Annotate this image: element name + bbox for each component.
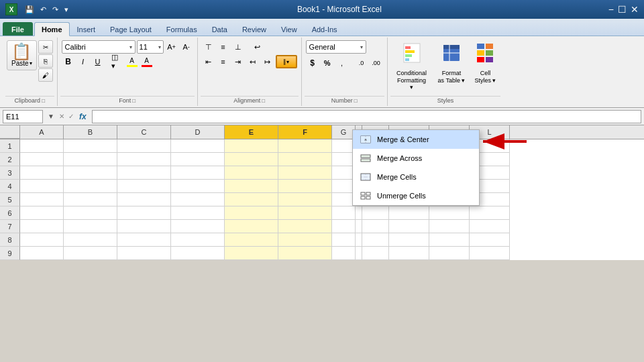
cell-l7[interactable]: [470, 220, 510, 233]
cell-a2[interactable]: [20, 153, 64, 166]
col-header-b[interactable]: B: [64, 125, 117, 139]
cell-e5[interactable]: [225, 193, 278, 206]
cell-c2[interactable]: [117, 153, 171, 166]
cell-f2[interactable]: [278, 153, 332, 166]
cell-d6[interactable]: [171, 206, 225, 220]
percent-button[interactable]: %: [321, 56, 334, 70]
cell-c8[interactable]: [117, 233, 171, 247]
cell-b6[interactable]: [64, 206, 117, 220]
comma-button[interactable]: ,: [335, 56, 349, 70]
cell-g8[interactable]: [332, 233, 356, 247]
cell-d2[interactable]: [171, 153, 225, 166]
merge-cells-item[interactable]: Merge Cells: [353, 168, 479, 186]
align-bottom-button[interactable]: ⊥: [231, 40, 245, 54]
row-header-4[interactable]: 4: [0, 180, 20, 193]
cancel-formula-icon[interactable]: ✕: [58, 113, 66, 120]
tab-formulas[interactable]: Formulas: [159, 22, 205, 36]
cell-i8[interactable]: [362, 233, 389, 247]
cell-e4[interactable]: [225, 180, 278, 193]
undo-qa-button[interactable]: ↶: [38, 5, 48, 15]
cell-a1[interactable]: [20, 139, 64, 153]
cell-d5[interactable]: [171, 193, 225, 206]
cell-g7[interactable]: [332, 220, 356, 233]
paste-dropdown-arrow[interactable]: ▾: [30, 60, 32, 66]
cell-b5[interactable]: [64, 193, 117, 206]
row-header-9[interactable]: 9: [0, 247, 20, 260]
cell-b8[interactable]: [64, 233, 117, 247]
cell-h8[interactable]: [356, 233, 362, 247]
align-right-button[interactable]: ⇥: [231, 55, 245, 68]
clipboard-expand[interactable]: □: [42, 98, 45, 104]
row-header-2[interactable]: 2: [0, 153, 20, 166]
cell-a6[interactable]: [20, 206, 64, 220]
cut-button[interactable]: ✂: [38, 40, 53, 54]
paste-button[interactable]: 📋 Paste ▾: [7, 40, 37, 70]
confirm-formula-icon[interactable]: ✓: [67, 113, 75, 120]
row-header-8[interactable]: 8: [0, 233, 20, 247]
decrease-font-button[interactable]: A-: [180, 40, 193, 54]
close-button[interactable]: ✕: [631, 4, 639, 15]
name-box[interactable]: E11: [3, 110, 43, 123]
increase-indent-button[interactable]: ↦: [261, 55, 274, 68]
font-name-dropdown[interactable]: Calibri ▾: [62, 40, 136, 54]
cell-h6[interactable]: [356, 206, 362, 220]
cell-e2[interactable]: [225, 153, 278, 166]
cell-d7[interactable]: [171, 220, 225, 233]
merge-dropdown-arrow[interactable]: ▾: [286, 59, 289, 65]
tab-add-ins[interactable]: Add-Ins: [305, 22, 345, 36]
minimize-button[interactable]: −: [608, 4, 614, 15]
cell-h9[interactable]: [356, 247, 362, 260]
cell-l9[interactable]: [470, 247, 510, 260]
cell-f3[interactable]: [278, 166, 332, 180]
cell-i6[interactable]: [362, 206, 389, 220]
col-header-a[interactable]: A: [20, 125, 64, 139]
cell-c6[interactable]: [117, 206, 171, 220]
conditional-formatting-button[interactable]: ConditionalFormatting ▾: [392, 40, 432, 93]
cell-f9[interactable]: [278, 247, 332, 260]
cell-i7[interactable]: [362, 220, 389, 233]
cell-a7[interactable]: [20, 220, 64, 233]
italic-button[interactable]: I: [76, 55, 90, 68]
tab-view[interactable]: View: [274, 22, 305, 36]
cell-f7[interactable]: [278, 220, 332, 233]
cell-a5[interactable]: [20, 193, 64, 206]
tab-insert[interactable]: Insert: [70, 22, 103, 36]
cell-a4[interactable]: [20, 180, 64, 193]
row-header-1[interactable]: 1: [0, 139, 20, 153]
accounting-button[interactable]: $: [306, 56, 319, 70]
tab-data[interactable]: Data: [205, 22, 235, 36]
row-header-3[interactable]: 3: [0, 166, 20, 180]
cell-i9[interactable]: [362, 247, 389, 260]
formula-input[interactable]: [92, 110, 641, 123]
cell-c1[interactable]: [117, 139, 171, 153]
cell-b4[interactable]: [64, 180, 117, 193]
cell-f4[interactable]: [278, 180, 332, 193]
row-header-7[interactable]: 7: [0, 220, 20, 233]
cell-f1[interactable]: [278, 139, 332, 153]
tab-home[interactable]: Home: [34, 22, 70, 36]
cell-b3[interactable]: [64, 166, 117, 180]
tab-file[interactable]: File: [3, 22, 33, 36]
alignment-expand[interactable]: □: [262, 98, 265, 104]
cell-b9[interactable]: [64, 247, 117, 260]
number-expand[interactable]: □: [354, 98, 358, 104]
col-header-e[interactable]: E: [225, 125, 278, 139]
tab-review[interactable]: Review: [235, 22, 274, 36]
bold-button[interactable]: B: [62, 55, 75, 68]
cell-e9[interactable]: [225, 247, 278, 260]
cell-d8[interactable]: [171, 233, 225, 247]
cell-d4[interactable]: [171, 180, 225, 193]
cell-e7[interactable]: [225, 220, 278, 233]
number-format-dropdown[interactable]: General ▾: [306, 40, 366, 54]
cell-j8[interactable]: [389, 233, 429, 247]
increase-font-button[interactable]: A+: [165, 40, 178, 54]
cell-d1[interactable]: [171, 139, 225, 153]
decrease-decimal-button[interactable]: .0: [355, 56, 368, 70]
align-top-button[interactable]: ⊤: [202, 40, 215, 54]
format-as-table-button[interactable]: Formatas Table ▾: [435, 40, 469, 86]
copy-button[interactable]: ⎘: [38, 54, 53, 68]
merge-across-item[interactable]: Merge Across: [353, 149, 479, 168]
cell-b7[interactable]: [64, 220, 117, 233]
row-header-6[interactable]: 6: [0, 206, 20, 220]
cell-a3[interactable]: [20, 166, 64, 180]
